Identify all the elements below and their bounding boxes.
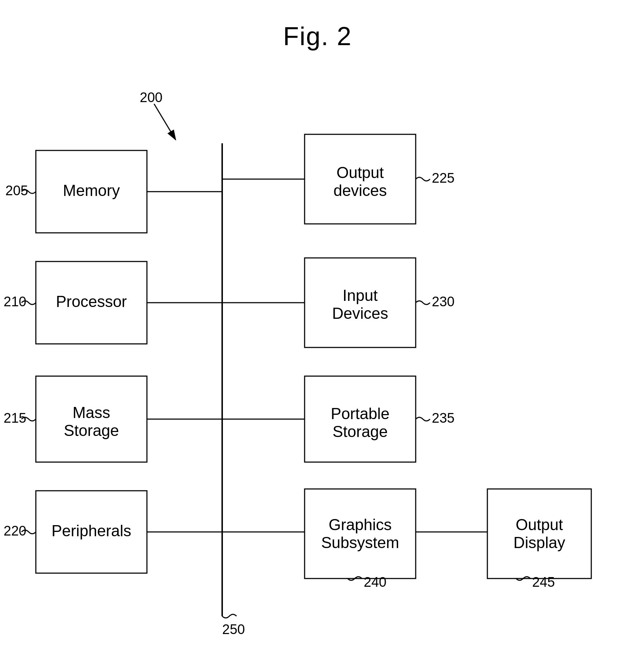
svg-text:210: 210 <box>4 294 26 309</box>
svg-text:Subsystem: Subsystem <box>321 534 399 551</box>
svg-text:Portable: Portable <box>331 405 390 422</box>
svg-text:225: 225 <box>432 171 454 186</box>
svg-text:215: 215 <box>4 411 26 426</box>
svg-text:Devices: Devices <box>332 304 388 322</box>
svg-text:Mass: Mass <box>72 404 110 421</box>
svg-text:240: 240 <box>364 575 386 590</box>
svg-text:245: 245 <box>532 575 555 590</box>
svg-text:Display: Display <box>514 534 565 551</box>
svg-text:235: 235 <box>432 411 454 426</box>
page-title: Fig. 2 <box>0 0 635 58</box>
svg-text:250: 250 <box>222 622 245 637</box>
ref-200-label: 200 <box>140 90 162 105</box>
svg-text:Output: Output <box>516 516 563 533</box>
svg-text:devices: devices <box>333 182 387 199</box>
svg-text:Memory: Memory <box>63 182 120 199</box>
svg-text:Input: Input <box>343 287 378 304</box>
svg-text:Processor: Processor <box>56 293 127 310</box>
svg-text:Peripherals: Peripherals <box>52 522 132 539</box>
svg-text:Graphics: Graphics <box>329 516 392 533</box>
svg-text:220: 220 <box>4 523 26 538</box>
diagram-container: 200 Memory 205 Processor 210 Mass <box>0 57 635 672</box>
svg-text:Output: Output <box>336 164 384 181</box>
svg-text:Storage: Storage <box>333 423 388 440</box>
svg-text:205: 205 <box>5 183 28 198</box>
svg-text:230: 230 <box>432 294 454 309</box>
svg-text:Storage: Storage <box>64 422 119 439</box>
